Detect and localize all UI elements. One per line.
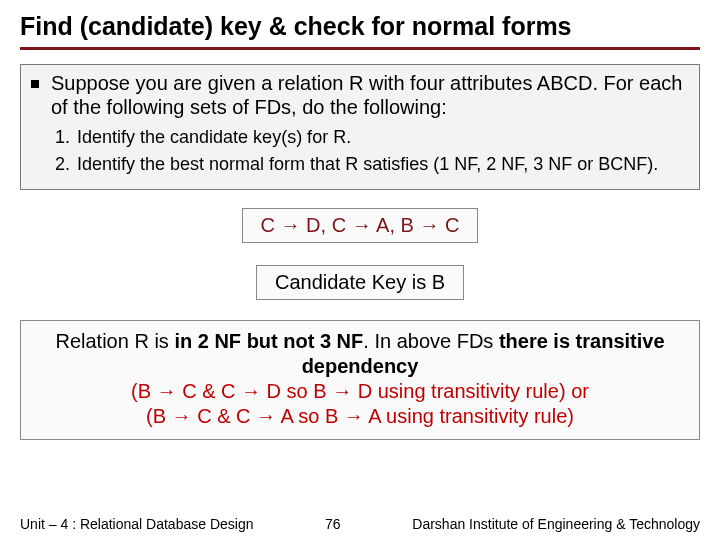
step-number: 2. (55, 154, 77, 175)
explain-rule-1: (B → C & C → D so B → D using transitivi… (35, 379, 685, 404)
explain-rule-2: (B → C & C → A so B → A using transitivi… (35, 404, 685, 429)
explain-bold: in 2 NF but not 3 NF (174, 330, 363, 352)
candidate-key-box: Candidate Key is B (256, 265, 464, 300)
intro-box: Suppose you are given a relation R with … (20, 64, 700, 190)
step-item: 2. Identify the best normal form that R … (55, 154, 689, 175)
footer: Unit – 4 : Relational Database Design 76… (20, 516, 700, 532)
footer-page: 76 (253, 516, 412, 532)
intro-text: Suppose you are given a relation R with … (51, 71, 689, 119)
explain-text: . In above FDs (363, 330, 499, 352)
footer-unit: Unit – 4 : Relational Database Design (20, 516, 253, 532)
fd-box: C → D, C → A, B → C (242, 208, 479, 243)
step-text: Identify the candidate key(s) for R. (77, 127, 351, 148)
explain-text: Relation R is (55, 330, 174, 352)
bullet-icon (31, 80, 39, 88)
footer-institute: Darshan Institute of Engineering & Techn… (412, 516, 700, 532)
step-number: 1. (55, 127, 77, 148)
explanation-box: Relation R is in 2 NF but not 3 NF. In a… (20, 320, 700, 440)
slide-title: Find (candidate) key & check for normal … (20, 12, 700, 50)
step-item: 1. Identify the candidate key(s) for R. (55, 127, 689, 148)
step-text: Identify the best normal form that R sat… (77, 154, 658, 175)
